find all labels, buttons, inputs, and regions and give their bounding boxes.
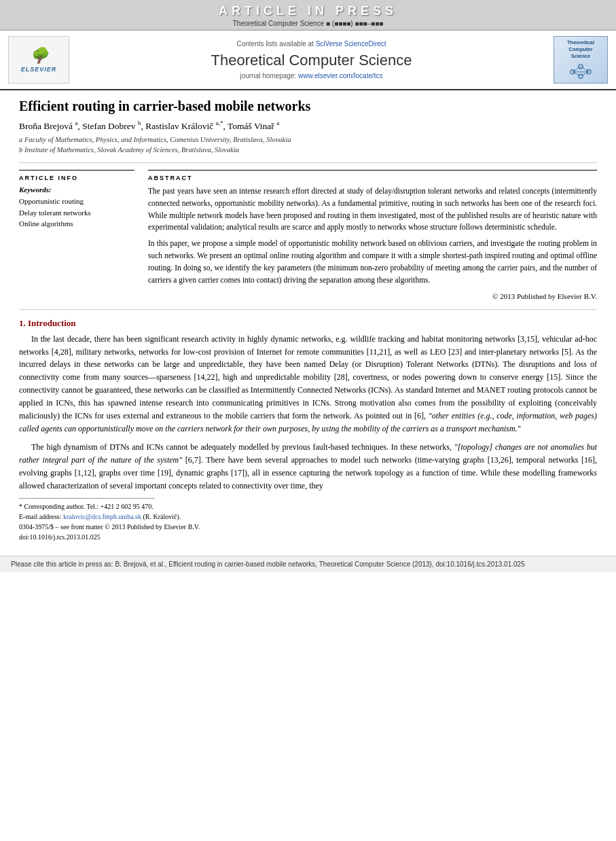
svg-line-5 (581, 67, 589, 72)
abstract-label: ABSTRACT (148, 175, 597, 181)
article-info-label: ARTICLE INFO (19, 175, 134, 181)
footnote-doi: doi:10.1016/j.tcs.2013.01.025 (19, 532, 597, 542)
aip-banner: ARTICLE IN PRESS Theoretical Computer Sc… (0, 0, 616, 31)
aip-journal-ref: Theoretical Computer Science ■ (■■■■) ■■… (0, 20, 616, 27)
footnote-separator (19, 498, 155, 499)
intro-heading: 1. Introduction (19, 318, 597, 329)
keyword-2: Delay tolerant networks (19, 207, 134, 219)
separator-after-abstract (19, 309, 597, 310)
bottom-citation-bar: Please cite this article in press as: B.… (0, 556, 616, 572)
abstract-paragraph-1: The past years have seen an intense rese… (148, 185, 597, 234)
svg-line-4 (573, 67, 581, 72)
intro-paragraph-2: The high dynamism of DTNs and ICNs canno… (19, 441, 597, 493)
paper-content: Efficient routing in carrier-based mobil… (0, 90, 616, 549)
issn-text: 0304-3975/$ – see front matter © 2013 Pu… (19, 523, 200, 531)
elsevier-wordmark: ELSEVIER (21, 66, 57, 73)
doi-text: doi:10.1016/j.tcs.2013.01.025 (19, 533, 101, 541)
journal-name: Theoretical Computer Science (76, 52, 547, 69)
journal-header: 🌳 ELSEVIER Contents lists available at S… (0, 31, 616, 90)
article-info-abstract-row: ARTICLE INFO Keywords: Opportunistic rou… (19, 170, 597, 302)
tcs-logo-svg (564, 61, 598, 80)
authors-line: Broňa Brejová a, Stefan Dobrev b, Rastis… (19, 120, 597, 132)
article-info-column: ARTICLE INFO Keywords: Opportunistic rou… (19, 170, 134, 302)
aip-text: ARTICLE IN PRESS (0, 4, 616, 18)
tcs-logo-text: TheoreticalComputerScience (567, 39, 594, 59)
keyword-3: Online algorithms (19, 218, 134, 230)
homepage-label: journal homepage: (240, 72, 296, 79)
affiliations: a Faculty of Mathematics, Physics, and I… (19, 135, 597, 156)
keyword-1: Opportunistic routing (19, 196, 134, 207)
footnote-star-text: * Corresponding author. Tel.: +421 2 602… (19, 503, 153, 510)
affiliation-b: b Institute of Mathematics, Slovak Acade… (19, 145, 597, 156)
paper-title: Efficient routing in carrier-based mobil… (19, 99, 597, 114)
introduction-section: 1. Introduction In the last decade, ther… (19, 318, 597, 493)
tcs-journal-logo: TheoreticalComputerScience (554, 36, 608, 84)
citation-text: Please cite this article in press as: B.… (11, 560, 525, 568)
intro-paragraph-1: In the last decade, there has been signi… (19, 333, 597, 436)
elsevier-tree-icon: 🌳 (30, 47, 48, 65)
copyright-notice: © 2013 Published by Elsevier B.V. (148, 291, 597, 302)
abstract-column: ABSTRACT The past years have seen an int… (148, 170, 597, 302)
email-name: (R. Královič). (143, 513, 181, 520)
email-link[interactable]: kralovic@dcs.fmph.uniba.sk (63, 513, 141, 520)
elsevier-logo: 🌳 ELSEVIER (8, 36, 69, 84)
journal-center-info: Contents lists available at SciVerse Sci… (76, 40, 547, 79)
abstract-text: The past years have seen an intense rese… (148, 185, 597, 302)
contents-line: Contents lists available at SciVerse Sci… (76, 40, 547, 48)
email-label: E-mail address: (19, 513, 61, 520)
homepage-link[interactable]: www.elsevier.com/locate/tcs (298, 72, 383, 79)
contents-label: Contents lists available at (236, 40, 313, 48)
sciverse-link[interactable]: SciVerse ScienceDirect (316, 40, 386, 48)
keywords-label: Keywords: (19, 185, 134, 194)
separator-line (19, 162, 597, 163)
footnote-issn: 0304-3975/$ – see front matter © 2013 Pu… (19, 522, 597, 532)
abstract-paragraph-2: In this paper, we propose a simple model… (148, 238, 597, 286)
homepage-line: journal homepage: www.elsevier.com/locat… (76, 72, 547, 79)
footnote-star: * Corresponding author. Tel.: +421 2 602… (19, 501, 597, 522)
affiliation-a: a Faculty of Mathematics, Physics, and I… (19, 135, 597, 145)
